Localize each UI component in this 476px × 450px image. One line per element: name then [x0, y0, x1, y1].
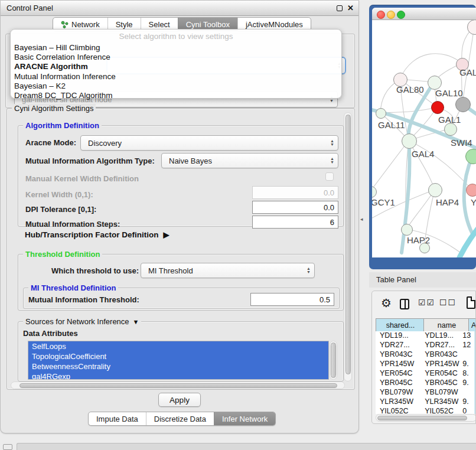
settings-hscrollbar-thumb[interactable]	[19, 383, 337, 388]
settings-vscrollbar-thumb[interactable]	[345, 115, 351, 374]
dropdown-item[interactable]: Bayesian – Hill Climbing	[14, 43, 116, 53]
node-gal11[interactable]	[376, 108, 386, 119]
node-label: HAP4	[436, 197, 459, 207]
table-panel-title: Table Panel	[376, 275, 416, 284]
table-row[interactable]: YBL079WYBL079W	[376, 388, 476, 397]
mi-steps-field[interactable]: 6	[252, 216, 338, 229]
stepper-icon	[330, 139, 334, 146]
bottom-statusbar	[17, 443, 476, 450]
minimize-button[interactable]	[387, 11, 395, 19]
node-red[interactable]	[431, 101, 444, 114]
mi-threshold-title: MI Threshold Definition	[28, 283, 118, 292]
node-label: Y	[471, 197, 476, 207]
node-label: GAL1	[438, 115, 461, 125]
algorithm-definition-title: Algorithm Definition	[23, 121, 102, 130]
checked-checkboxes-icon[interactable]: ☑☑	[418, 298, 435, 307]
aracne-mode-combo[interactable]: Discovery	[80, 135, 338, 151]
list-scrollbar-track	[330, 341, 337, 380]
panel-title: Control Panel	[6, 4, 53, 12]
settings-vscrollbar-track	[344, 112, 352, 381]
zoom-button[interactable]	[397, 11, 405, 19]
algorithm-definition-group: Algorithm Definition Aracne Mode: Discov…	[18, 125, 344, 227]
mi-type-label: Mutual Information Algorithm Type:	[25, 156, 155, 165]
split-columns-icon[interactable]	[400, 299, 409, 309]
network-view-frame: GAL GAL80 GAL10 GAL11 GAL1 SWI4 GAL4 GCY…	[369, 5, 476, 269]
dpi-tolerance-label: DPI Tolerance [0,1]:	[25, 205, 96, 214]
table-hscrollbar-thumb[interactable]	[377, 416, 467, 420]
node-gal1[interactable]	[444, 123, 457, 136]
mi-threshold-group: MI Threshold Definition Mutual Informati…	[23, 288, 340, 309]
document-icon[interactable]	[467, 296, 475, 309]
triangle-right-icon: ▶	[164, 230, 169, 239]
table-row[interactable]: YLR345WYLR345W9.	[376, 397, 476, 407]
which-threshold-combo[interactable]: MI Threshold	[141, 263, 315, 278]
stepper-icon	[330, 157, 334, 164]
kernel-width-label: Kernel Width (0,1):	[25, 190, 93, 199]
dropdown-item[interactable]: Dream8 DC_TDC Algorithm	[14, 91, 116, 100]
gear-icon[interactable]: ⚙	[381, 296, 392, 310]
data-attributes-label: Data Attributes	[23, 329, 78, 338]
node-label: GAL80	[396, 84, 424, 94]
node-gal4[interactable]	[402, 133, 417, 149]
threshold-definition-title: Threshold Definition	[23, 250, 102, 259]
list-scrollbar-thumb[interactable]	[331, 343, 336, 378]
table-row[interactable]: YIL052CYIL052C0	[376, 407, 476, 414]
dpi-tolerance-field[interactable]: 0.0	[252, 201, 338, 214]
aracne-mode-label: Aracne Mode:	[25, 138, 76, 147]
table-row[interactable]: YPR145WYPR145W9.	[376, 360, 476, 369]
dropdown-item-selected[interactable]: ARACNE Algorithm	[14, 62, 116, 71]
float-window-icon[interactable]	[337, 5, 343, 11]
mi-type-combo[interactable]: Naive Bayes	[161, 153, 338, 168]
manual-kernel-label: Manual Kernel Width Definition	[25, 174, 139, 183]
bottom-tabs: Impute Data Discretize Data Infer Networ…	[88, 412, 276, 426]
column-header-name[interactable]: name	[423, 318, 470, 332]
dropdown-item[interactable]: Mutual Information Inference	[14, 72, 116, 81]
table-row[interactable]: YBR045CYBR045C9.	[376, 379, 476, 388]
list-item[interactable]: TopologicalCoefficient	[28, 351, 328, 361]
control-panel: Control Panel ✕ Network Style Select Cyn…	[0, 0, 359, 433]
column-header-third[interactable]: A	[468, 318, 476, 332]
kernel-width-field: 0.0	[252, 186, 338, 199]
list-item[interactable]: BetweennessCentrality	[28, 361, 328, 371]
node-salmon[interactable]	[466, 184, 476, 197]
sources-title-row[interactable]: Sources for Network Inference ▼	[23, 317, 141, 326]
settings-hscrollbar-track	[11, 381, 345, 389]
list-item[interactable]: gal4RGexp	[28, 371, 328, 380]
mi-threshold-field[interactable]: 0.5	[250, 293, 334, 306]
data-attributes-list: SelfLoops TopologicalCoefficient Between…	[28, 341, 329, 380]
table-row[interactable]: YER054CYER054C8.	[376, 369, 476, 379]
unchecked-checkboxes-icon[interactable]: ☐☐	[439, 298, 457, 307]
table-row[interactable]: YDL19...YDL19...13	[376, 331, 476, 341]
splitter-collapse-icon[interactable]: ◂	[360, 216, 363, 222]
network-window-titlebar	[372, 8, 476, 20]
mi-threshold-label: Mutual Information Threshold:	[28, 295, 139, 304]
table-body: YDL19...YDL19...13 YDR27...YDR27...12 YB…	[376, 331, 476, 414]
tab-discretize-data[interactable]: Discretize Data	[146, 412, 214, 425]
cyni-settings-title: Cyni Algorithm Settings	[12, 104, 96, 113]
node-gray[interactable]	[455, 97, 471, 112]
node-label: HAP2	[407, 235, 430, 245]
close-button[interactable]	[377, 11, 385, 19]
list-item[interactable]: SelfLoops	[28, 341, 328, 351]
network-window: GAL GAL80 GAL10 GAL11 GAL1 SWI4 GAL4 GCY…	[372, 8, 476, 257]
dropdown-item[interactable]: Bayesian – K2	[14, 81, 116, 91]
node-hap4[interactable]	[428, 183, 442, 197]
corner-grip-button[interactable]	[3, 444, 12, 450]
column-header-shared[interactable]: shared...	[376, 318, 425, 332]
apply-button[interactable]: Apply	[158, 393, 201, 407]
algorithm-dropdown-list: Select algorithm to view settings Bayesi…	[10, 29, 342, 99]
table-row[interactable]: YBR043CYBR043C	[376, 350, 476, 360]
node-hap2[interactable]	[401, 224, 413, 236]
tab-network-label: Network	[71, 20, 100, 29]
hub-definition-expander[interactable]: Hub/Transcription Factor Definition ▶	[25, 230, 169, 239]
stepper-icon	[307, 267, 311, 274]
mi-steps-label: Mutual Information Steps:	[25, 220, 120, 229]
close-icon[interactable]: ✕	[347, 4, 354, 12]
tab-infer-network[interactable]: Infer Network	[214, 412, 275, 425]
tab-impute-data[interactable]: Impute Data	[89, 412, 146, 425]
dropdown-item[interactable]: Basic Correlation Inference	[14, 53, 116, 62]
cyni-settings-group: Cyni Algorithm Settings Algorithm Defini…	[6, 108, 355, 390]
triangle-down-icon: ▼	[133, 318, 139, 325]
table-row[interactable]: YDR27...YDR27...12	[376, 341, 476, 350]
network-canvas[interactable]: GAL GAL80 GAL10 GAL11 GAL1 SWI4 GAL4 GCY…	[372, 20, 476, 257]
